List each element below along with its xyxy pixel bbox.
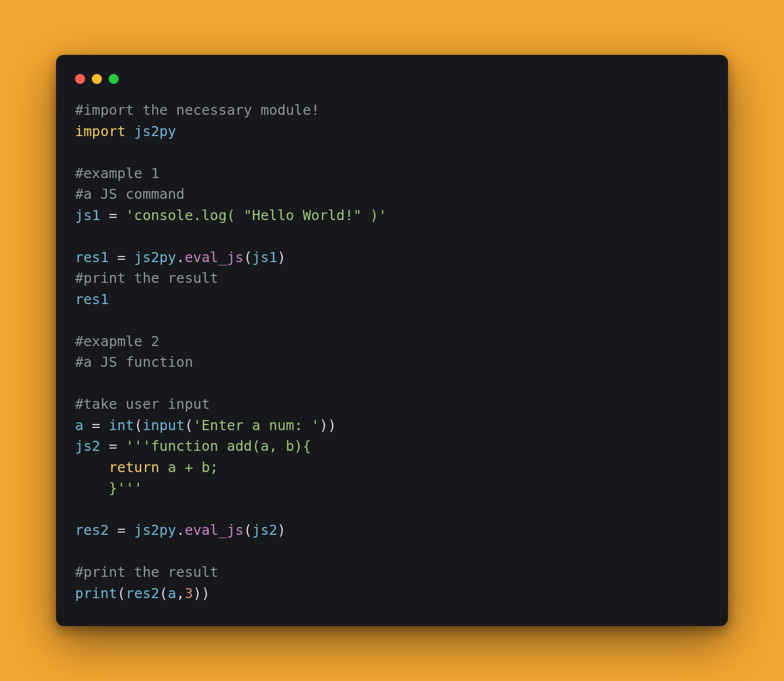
code-line: #import the necessary module! — [75, 102, 320, 118]
code-token — [75, 459, 109, 475]
code-token: a + b; — [160, 459, 218, 475]
zoom-icon[interactable] — [109, 74, 119, 84]
code-token: res1 — [75, 249, 109, 265]
code-token: 'console.log( "Hello World!" )' — [125, 207, 387, 223]
code-line: #take user input — [75, 396, 210, 412]
code-line: #a JS function — [75, 354, 193, 370]
code-token: ) — [277, 249, 286, 265]
code-window: #import the necessary module! import js2… — [56, 55, 728, 626]
code-line: js2 = '''function add(a, b){ — [75, 438, 311, 454]
code-token: #take user input — [75, 396, 210, 412]
window-titlebar — [75, 71, 709, 100]
code-token: ) — [202, 585, 210, 601]
code-line: #print the result — [75, 564, 218, 580]
code-token: . — [176, 522, 185, 538]
code-token: ( — [117, 585, 125, 601]
code-line: a = int(input('Enter a num: ')) — [75, 417, 337, 433]
code-token: eval_js — [185, 522, 244, 538]
code-editor[interactable]: #import the necessary module! import js2… — [75, 100, 709, 604]
close-icon[interactable] — [75, 74, 85, 84]
code-token: import — [75, 123, 125, 139]
code-line: #print the result — [75, 270, 218, 286]
code-line: #a JS command — [75, 186, 185, 202]
code-token: ( — [244, 249, 252, 265]
code-token: #import the necessary module! — [75, 102, 320, 118]
code-token: ( — [185, 417, 193, 433]
code-line: import js2py — [75, 123, 176, 139]
code-token: 3 — [185, 585, 193, 601]
code-token: js1 — [75, 207, 100, 223]
code-token: int — [109, 417, 134, 433]
code-token: '''function add(a, b){ — [125, 438, 311, 454]
code-token: ) — [328, 417, 337, 433]
code-token: js2 — [252, 522, 277, 538]
code-token: #exapmle 2 — [75, 333, 160, 349]
code-token: res2 — [75, 522, 109, 538]
code-token: js2 — [75, 438, 100, 454]
code-token: ) — [277, 522, 286, 538]
code-token: js1 — [252, 249, 277, 265]
code-token: js2py — [134, 522, 176, 538]
code-token: a — [168, 585, 176, 601]
code-line: return a + b; — [75, 459, 218, 475]
code-token: a — [75, 417, 83, 433]
code-line: res2 = js2py.eval_js(js2) — [75, 522, 286, 538]
code-token: #print the result — [75, 270, 218, 286]
code-token: = — [109, 522, 134, 538]
code-line: print(res2(a,3)) — [75, 585, 210, 601]
code-token: #print the result — [75, 564, 218, 580]
code-token: #a JS function — [75, 354, 193, 370]
code-token: input — [142, 417, 184, 433]
code-token: } — [75, 480, 117, 496]
code-line: res1 = js2py.eval_js(js1) — [75, 249, 286, 265]
minimize-icon[interactable] — [92, 74, 102, 84]
code-line: #exapmle 2 — [75, 333, 160, 349]
code-token: ( — [160, 585, 168, 601]
code-token: res1 — [75, 291, 109, 307]
code-token: = — [100, 207, 125, 223]
code-line: }''' — [75, 480, 142, 496]
code-token — [125, 123, 134, 139]
code-token: #example 1 — [75, 165, 160, 181]
code-token: print — [75, 585, 117, 601]
code-token: , — [176, 585, 185, 601]
code-line: #example 1 — [75, 165, 160, 181]
code-token: js2py — [134, 123, 176, 139]
code-token: js2py — [134, 249, 176, 265]
code-line: js1 = 'console.log( "Hello World!" )' — [75, 207, 387, 223]
code-token: = — [83, 417, 109, 433]
code-token: res2 — [125, 585, 159, 601]
code-token: 'Enter a num: ' — [193, 417, 320, 433]
code-token: return — [109, 459, 159, 475]
code-token: ( — [134, 417, 142, 433]
code-token: #a JS command — [75, 186, 185, 202]
code-token: ( — [244, 522, 252, 538]
code-line: res1 — [75, 291, 109, 307]
code-token: = — [100, 438, 125, 454]
code-token: ''' — [117, 480, 142, 496]
code-token: = — [109, 249, 134, 265]
code-token: eval_js — [185, 249, 244, 265]
code-token: ) — [320, 417, 328, 433]
code-token: ) — [193, 585, 202, 601]
code-token: . — [176, 249, 185, 265]
